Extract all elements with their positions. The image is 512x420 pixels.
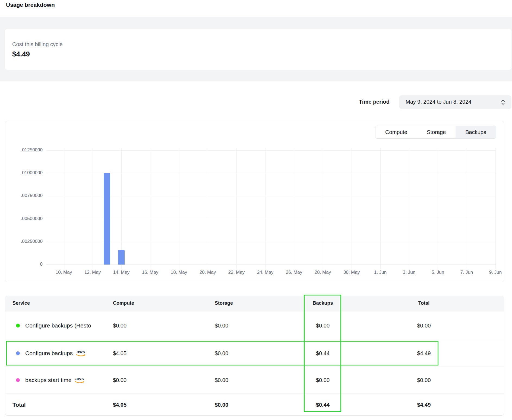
series-color-dot xyxy=(16,324,20,327)
amount-cell: $4.05 xyxy=(113,350,127,357)
table-row: Configure backups (Resto$0.00$0.00$0.00$… xyxy=(5,311,504,340)
x-gridline xyxy=(265,148,266,269)
usage-breakdown-page: Usage breakdown Cost this billing cycle … xyxy=(0,0,512,420)
x-axis-tick-label: 5. Jun xyxy=(422,270,454,275)
amount-cell: $0.00 xyxy=(385,377,463,383)
total-row-label: Total xyxy=(12,402,26,408)
aws-logo-text: aws xyxy=(77,350,85,354)
table-body: Configure backups (Resto$0.00$0.00$0.00$… xyxy=(5,311,504,416)
cost-card: Cost this billing cycle $4.49 xyxy=(5,29,511,70)
usage-chart-card: ComputeStorageBackups .01250000.01000000… xyxy=(5,121,504,282)
x-axis-tick-label: 14. May xyxy=(105,270,138,275)
x-axis-tick-label: 20. May xyxy=(191,270,224,275)
service-name-text: Configure backups xyxy=(25,350,73,357)
table-row-highlighted: Configure backupsaws$4.05$0.00$0.44$4.49 xyxy=(5,340,504,367)
table-header-row: ServiceComputeStorageBackupsTotal xyxy=(5,296,504,311)
x-gridline xyxy=(438,148,438,269)
x-axis-tick-label: 16. May xyxy=(134,270,166,275)
y-gridline xyxy=(46,150,496,151)
billing-summary-band: Cost this billing cycle $4.49 xyxy=(0,17,512,81)
page-title: Usage breakdown xyxy=(6,2,55,8)
y-axis-tick-label: .00250000 xyxy=(5,239,43,244)
usage-chart-plot: .01250000.01000000.00750000.00500000.002… xyxy=(5,121,504,282)
column-header-backups: Backups xyxy=(304,300,342,306)
x-axis-tick-label: 12. May xyxy=(76,270,109,275)
aws-smile-icon xyxy=(76,354,86,357)
column-header-storage: Storage xyxy=(215,300,233,306)
amount-cell: $4.49 xyxy=(385,402,463,408)
table-total-row: Total$4.05$0.00$0.44$4.49 xyxy=(5,393,504,416)
amount-cell: $0.44 xyxy=(304,350,342,357)
x-gridline xyxy=(467,148,467,269)
x-gridline xyxy=(409,148,409,269)
service-name: Configure backupsaws xyxy=(25,350,107,357)
aws-logo: aws xyxy=(76,350,86,357)
y-gridline xyxy=(46,219,496,219)
service-name-text: Configure backups (Resto xyxy=(25,322,91,329)
x-axis-tick-label: 10. May xyxy=(48,270,80,275)
x-axis-tick-label: 26. May xyxy=(278,270,310,275)
y-gridline xyxy=(46,196,496,196)
amount-cell: $0.00 xyxy=(215,350,228,357)
usage-bar-14-may[interactable] xyxy=(118,250,125,265)
x-gridline xyxy=(208,148,208,269)
y-axis-tick-label: .01250000 xyxy=(5,147,43,153)
amount-cell: $0.00 xyxy=(215,402,228,408)
x-gridline xyxy=(380,148,381,269)
amount-cell: $0.00 xyxy=(215,377,228,383)
aws-logo-text: aws xyxy=(75,377,84,381)
column-header-total: Total xyxy=(385,300,463,306)
y-axis-tick-label: 0 xyxy=(5,262,43,267)
service-name: backups start timeaws xyxy=(25,377,107,384)
x-axis-tick-label: 24. May xyxy=(249,270,282,275)
column-header-service: Service xyxy=(12,300,30,306)
x-axis-tick-label: 9. Jun xyxy=(479,270,512,275)
x-gridline xyxy=(352,148,352,269)
x-gridline xyxy=(495,148,496,269)
amount-cell: $0.00 xyxy=(385,323,463,329)
x-gridline xyxy=(150,148,150,269)
x-axis-tick-label: 3. Jun xyxy=(393,270,425,275)
amount-cell: $0.00 xyxy=(304,377,342,383)
x-gridline xyxy=(236,148,237,269)
y-gridline xyxy=(46,265,496,265)
x-gridline xyxy=(93,148,93,269)
service-name: Configure backups (Resto xyxy=(25,322,107,329)
usage-table-card: ServiceComputeStorageBackupsTotal Config… xyxy=(5,296,504,416)
time-period-select[interactable]: May 9, 2024 to Jun 8, 2024 xyxy=(399,95,511,109)
cost-amount: $4.49 xyxy=(12,50,30,58)
amount-cell: $0.00 xyxy=(215,323,228,329)
x-axis-tick-label: 28. May xyxy=(306,270,339,275)
usage-bar-13-may[interactable] xyxy=(104,173,110,265)
time-period-value: May 9, 2024 to Jun 8, 2024 xyxy=(406,99,471,105)
aws-logo: aws xyxy=(75,377,84,384)
y-gridline xyxy=(46,173,496,173)
x-axis-tick-label: 30. May xyxy=(335,270,368,275)
amount-cell: $4.49 xyxy=(385,350,463,357)
x-gridline xyxy=(179,148,179,269)
series-color-dot xyxy=(16,378,20,382)
x-axis-tick-label: 1. Jun xyxy=(364,270,397,275)
cost-label: Cost this billing cycle xyxy=(12,41,63,47)
column-header-compute: Compute xyxy=(113,300,134,306)
amount-cell: $4.05 xyxy=(113,402,127,408)
amount-cell: $0.00 xyxy=(113,377,127,383)
x-axis-tick-label: 22. May xyxy=(220,270,253,275)
x-gridline xyxy=(294,148,294,269)
table-row: backups start timeaws$0.00$0.00$0.00$0.0… xyxy=(5,367,504,393)
x-axis-tick-label: 7. Jun xyxy=(450,270,483,275)
y-gridline xyxy=(46,242,496,242)
x-axis-tick-label: 18. May xyxy=(163,270,195,275)
series-color-dot xyxy=(16,351,20,355)
y-axis-tick-label: .00750000 xyxy=(5,193,43,198)
service-name-text: backups start time xyxy=(25,377,71,383)
time-period-label: Time period xyxy=(320,99,390,105)
y-axis-tick-label: .01000000 xyxy=(5,170,43,176)
amount-cell: $0.00 xyxy=(304,323,342,329)
y-axis-tick-label: .00500000 xyxy=(5,216,43,221)
chevron-up-down-icon xyxy=(501,99,505,106)
x-gridline xyxy=(64,148,64,269)
x-gridline xyxy=(323,148,323,269)
amount-cell: $0.44 xyxy=(304,402,342,408)
aws-smile-icon xyxy=(75,381,84,384)
